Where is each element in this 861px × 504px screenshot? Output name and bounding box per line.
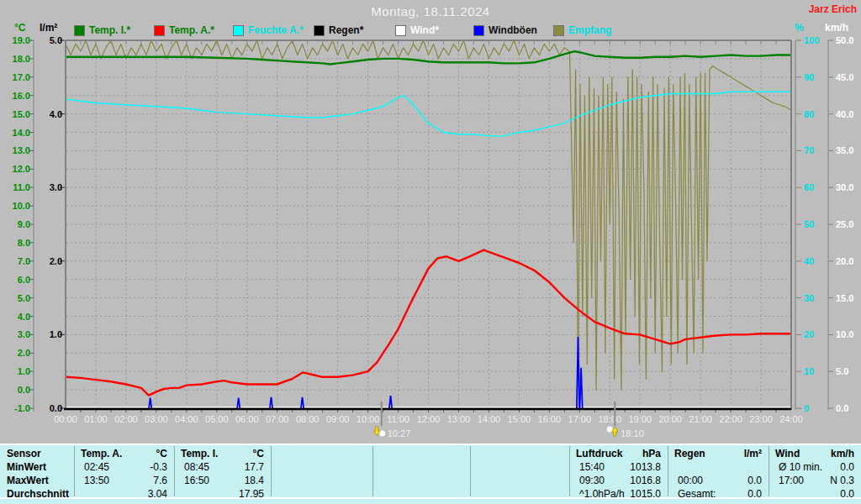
legend-swatch xyxy=(74,25,85,36)
legend-swatch xyxy=(154,25,165,36)
svg-text:02:00: 02:00 xyxy=(114,414,138,424)
cell-label: Regen xyxy=(668,448,705,459)
svg-text:2.0: 2.0 xyxy=(18,348,30,358)
moonset-icon xyxy=(374,427,386,437)
svg-text:100: 100 xyxy=(804,35,819,45)
svg-text:13.0: 13.0 xyxy=(13,145,30,155)
cell-value: 18.4 xyxy=(245,475,271,486)
cell-value: km/h xyxy=(831,448,861,459)
summary-row-label: MaxWert xyxy=(0,474,74,487)
svg-text:3.0: 3.0 xyxy=(50,182,62,192)
svg-text:5.0: 5.0 xyxy=(18,293,30,303)
summary-row-label: Sensor xyxy=(0,447,74,460)
station-name: Jarz Erich xyxy=(809,3,857,15)
cell-value: hPa xyxy=(642,448,668,459)
legend-swatch xyxy=(314,25,325,36)
summary-cell-temp-i-: 16:5018.4 xyxy=(174,474,271,487)
svg-text:21:00: 21:00 xyxy=(689,414,712,424)
table-divider xyxy=(174,446,175,496)
cell-value: 1013.8 xyxy=(630,461,668,473)
summary-cell-temp-a-: 13:507.6 xyxy=(74,474,174,487)
title-bar: Montag, 18.11.2024 xyxy=(0,4,861,18)
svg-text:18:00: 18:00 xyxy=(598,414,621,424)
svg-text:19:00: 19:00 xyxy=(628,414,652,424)
svg-text:15.0: 15.0 xyxy=(836,293,853,303)
svg-text:6.0: 6.0 xyxy=(18,275,30,285)
summary-col-header-wind: Windkm/h xyxy=(769,447,861,460)
cell-label: 16:50 xyxy=(174,475,209,486)
summary-panel: SensorMinWertMaxWertDurchschnittTemp. A.… xyxy=(0,444,861,504)
svg-text:50: 50 xyxy=(804,219,814,229)
legend-swatch xyxy=(473,25,484,36)
moonrise-icon xyxy=(607,427,618,437)
svg-text:1.0: 1.0 xyxy=(50,329,62,339)
summary-cell-empty xyxy=(271,474,372,487)
svg-text:23:00: 23:00 xyxy=(749,414,773,424)
summary-divider-line xyxy=(0,497,861,499)
svg-text:20: 20 xyxy=(804,329,814,339)
svg-text:4.0: 4.0 xyxy=(18,312,30,322)
svg-text:11.0: 11.0 xyxy=(13,182,30,192)
svg-text:25.0: 25.0 xyxy=(836,219,853,229)
legend-swatch xyxy=(395,25,406,36)
svg-text:11:00: 11:00 xyxy=(387,414,409,424)
cell-label: 00:00 xyxy=(668,475,703,486)
summary-cell-empty xyxy=(470,474,569,487)
cell-value: 1016.8 xyxy=(630,475,668,486)
svg-text:12.0: 12.0 xyxy=(13,164,30,174)
svg-text:2.0: 2.0 xyxy=(50,256,62,266)
cell-label: 17:00 xyxy=(769,475,804,486)
svg-text:20:00: 20:00 xyxy=(658,414,682,424)
legend-item-empfang: Empfang xyxy=(553,24,611,36)
table-divider xyxy=(271,446,272,496)
svg-text:14.0: 14.0 xyxy=(13,128,30,138)
cell-label: 09:30 xyxy=(569,475,605,486)
svg-text:10:27: 10:27 xyxy=(388,428,411,438)
svg-text:20.0: 20.0 xyxy=(836,256,853,266)
svg-text:40: 40 xyxy=(804,256,814,266)
y-axis-temp-labels: 19.018.017.016.015.014.013.012.011.010.0… xyxy=(13,35,34,413)
svg-text:70: 70 xyxy=(804,145,814,155)
cell-label: 02:45 xyxy=(74,461,109,473)
legend-label: Temp. A.* xyxy=(169,24,214,36)
legend-item-windböen: Windböen xyxy=(473,24,537,36)
svg-text:24:00: 24:00 xyxy=(779,414,803,424)
svg-text:90: 90 xyxy=(804,72,814,82)
summary-row-label: MinWert xyxy=(0,460,74,474)
legend-item-temp-i: Temp. I.* xyxy=(74,24,130,36)
cell-value: l/m² xyxy=(744,448,769,459)
svg-text:14:00: 14:00 xyxy=(478,414,501,424)
page-title: Montag, 18.11.2024 xyxy=(371,4,489,18)
summary-cell-empty xyxy=(372,460,470,474)
svg-text:9.0: 9.0 xyxy=(18,219,30,229)
svg-text:12:00: 12:00 xyxy=(417,414,441,424)
summary-cell-empty xyxy=(271,460,372,474)
svg-text:5.0: 5.0 xyxy=(836,366,848,376)
summary-col-header-empty xyxy=(271,447,372,460)
svg-text:15:00: 15:00 xyxy=(508,414,531,424)
y-axis-humidity-labels: 1009080706050403020100 xyxy=(796,35,819,413)
table-divider xyxy=(668,446,668,496)
cell-label: Temp. A. xyxy=(74,448,122,459)
svg-text:04:00: 04:00 xyxy=(175,414,198,424)
summary-cell-wind: 17:00N 0.3 xyxy=(769,474,861,487)
summary-col-header-luftdruck: LuftdruckhPa xyxy=(569,447,668,460)
summary-cell-temp-i-: 08:4517.7 xyxy=(174,460,271,474)
cell-label: Wind xyxy=(769,448,800,459)
summary-cell-temp-a-: 02:45-0.3 xyxy=(74,460,174,474)
svg-text:16:00: 16:00 xyxy=(538,414,562,424)
svg-text:00:00: 00:00 xyxy=(54,414,77,424)
cell-value: 0.0 xyxy=(747,475,769,486)
svg-text:30: 30 xyxy=(804,293,814,303)
weather-station-window: 19.018.017.016.015.014.013.012.011.010.0… xyxy=(0,0,861,504)
summary-cell-luftdruck: 15:401013.8 xyxy=(569,460,668,474)
cell-label: 08:45 xyxy=(174,461,209,473)
table-divider xyxy=(372,446,373,496)
svg-text:1.0: 1.0 xyxy=(18,366,30,376)
svg-text:8.0: 8.0 xyxy=(18,238,30,248)
svg-text:08:00: 08:00 xyxy=(296,414,320,424)
svg-text:60: 60 xyxy=(804,182,814,192)
svg-text:13:00: 13:00 xyxy=(447,414,471,424)
svg-text:17:00: 17:00 xyxy=(568,414,592,424)
table-divider xyxy=(769,446,769,496)
